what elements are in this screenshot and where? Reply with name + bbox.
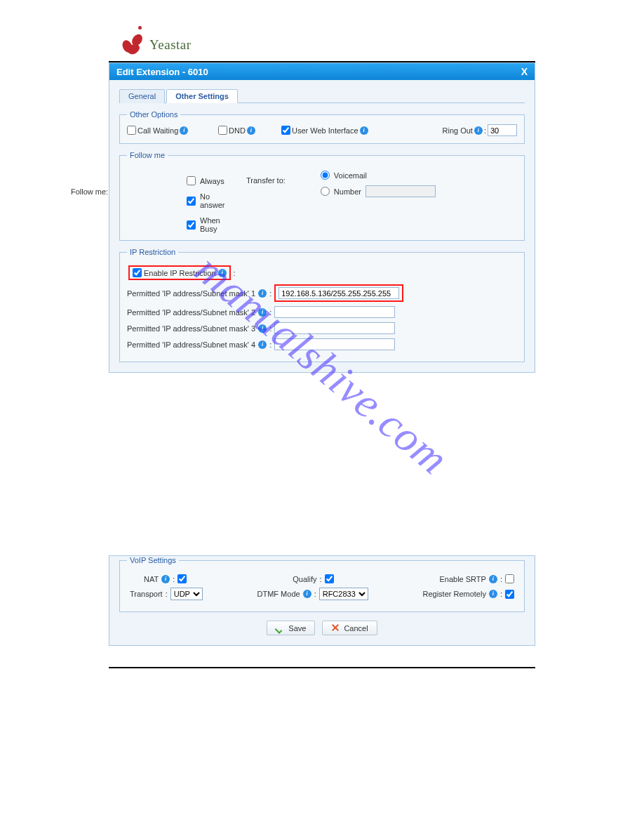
cancel-button[interactable]: Cancel xyxy=(322,621,377,635)
permit-label-4: Permitted 'IP address/Subnet mask' 4 xyxy=(127,340,255,349)
dtmf-mode-label: DTMF Mode xyxy=(257,590,300,598)
number-label: Number xyxy=(334,187,361,196)
call-waiting-label: Call Waiting xyxy=(137,126,178,135)
transport-label: Transport xyxy=(130,590,163,598)
when-busy-checkbox[interactable] xyxy=(187,220,196,230)
no-answer-label: No answer xyxy=(200,192,225,209)
brand-name: Yeastar xyxy=(149,37,192,53)
follow-me-group: Follow me Follow me: Always No answer Wh… xyxy=(119,151,525,241)
enable-srtp-label: Enable SRTP xyxy=(439,575,485,583)
permit-label-2: Permitted 'IP address/Subnet mask' 2 xyxy=(127,308,255,317)
no-answer-checkbox[interactable] xyxy=(187,197,196,206)
ip-restriction-legend: IP Restriction xyxy=(127,248,178,256)
permit-input-1[interactable] xyxy=(279,287,399,299)
tab-other-settings[interactable]: Other Settings xyxy=(166,89,238,103)
close-button[interactable]: X xyxy=(521,66,528,77)
call-waiting-checkbox[interactable] xyxy=(127,126,136,135)
number-radio[interactable] xyxy=(321,187,330,196)
nat-label: NAT xyxy=(144,575,159,583)
user-web-interface-label: User Web Interface xyxy=(292,126,358,135)
qualify-label: Qualify xyxy=(293,575,316,583)
permit-input-2[interactable] xyxy=(274,306,395,318)
dnd-checkbox[interactable] xyxy=(218,126,227,135)
info-icon[interactable]: i xyxy=(161,575,170,583)
qualify-checkbox[interactable] xyxy=(325,574,334,583)
permit-label-1: Permitted 'IP address/Subnet mask' 1 xyxy=(127,289,255,298)
info-icon[interactable]: i xyxy=(218,269,227,277)
tab-bar: General Other Settings xyxy=(119,88,525,103)
info-icon[interactable]: i xyxy=(360,126,368,135)
follow-me-legend: Follow me xyxy=(127,151,168,159)
brand-logo: Yeastar xyxy=(116,25,644,55)
dialog-title: Edit Extension - 6010 xyxy=(116,67,208,77)
info-icon[interactable]: i xyxy=(474,126,483,135)
dtmf-mode-select[interactable]: RFC2833 xyxy=(319,588,368,600)
number-input[interactable] xyxy=(365,185,436,197)
enable-srtp-checkbox[interactable] xyxy=(505,574,514,583)
logo-icon xyxy=(116,25,147,55)
dnd-label: DND xyxy=(229,126,246,135)
tab-general[interactable]: General xyxy=(119,89,165,103)
info-icon[interactable]: i xyxy=(180,126,188,135)
edit-extension-dialog: Edit Extension - 6010 X General Other Se… xyxy=(109,62,535,373)
ring-out-label: Ring Out xyxy=(443,126,473,135)
close-icon xyxy=(331,623,340,633)
user-web-interface-checkbox[interactable] xyxy=(281,126,290,135)
enable-ip-restriction-checkbox[interactable] xyxy=(133,268,142,277)
enable-ip-restriction-label: Enable IP Restriction xyxy=(144,269,216,277)
save-label: Save xyxy=(288,624,306,633)
check-icon xyxy=(276,623,285,633)
cancel-label: Cancel xyxy=(344,624,368,633)
info-icon[interactable]: i xyxy=(489,575,497,583)
voip-settings-group: VoIP Settings NAT i: Qualify: Enable SRT… xyxy=(119,556,525,612)
register-remotely-checkbox[interactable] xyxy=(505,590,514,599)
voip-settings-legend: VoIP Settings xyxy=(127,556,179,564)
voicemail-radio[interactable] xyxy=(321,171,330,180)
always-checkbox[interactable] xyxy=(187,176,196,185)
info-icon[interactable]: i xyxy=(258,324,267,333)
nat-checkbox[interactable] xyxy=(177,574,187,583)
when-busy-label: When Busy xyxy=(200,216,225,233)
other-options-legend: Other Options xyxy=(127,110,180,119)
transport-select[interactable]: UDP xyxy=(170,588,203,600)
info-icon[interactable]: i xyxy=(258,308,267,317)
dialog-titlebar: Edit Extension - 6010 X xyxy=(109,63,535,80)
info-icon[interactable]: i xyxy=(258,289,267,298)
info-icon[interactable]: i xyxy=(247,126,255,135)
info-icon[interactable]: i xyxy=(303,590,311,598)
save-button[interactable]: Save xyxy=(267,621,315,635)
permit-input-4[interactable] xyxy=(274,338,395,350)
ring-out-input[interactable] xyxy=(488,124,517,136)
permit-input-3[interactable] xyxy=(274,322,395,334)
ip-restriction-group: IP Restriction Enable IP Restriction i :… xyxy=(119,248,525,362)
bottom-panel: VoIP Settings NAT i: Qualify: Enable SRT… xyxy=(109,555,535,646)
transfer-to-label: Transfer to: xyxy=(246,176,286,185)
voicemail-label: Voicemail xyxy=(334,171,367,180)
info-icon[interactable]: i xyxy=(258,340,267,349)
divider-bottom xyxy=(109,667,535,668)
info-icon[interactable]: i xyxy=(489,590,497,598)
always-label: Always xyxy=(200,177,224,185)
register-remotely-label: Register Remotely xyxy=(422,590,485,598)
other-options-group: Other Options Call Waiting i DND i Us xyxy=(119,110,525,144)
permit-label-3: Permitted 'IP address/Subnet mask' 3 xyxy=(127,324,255,333)
